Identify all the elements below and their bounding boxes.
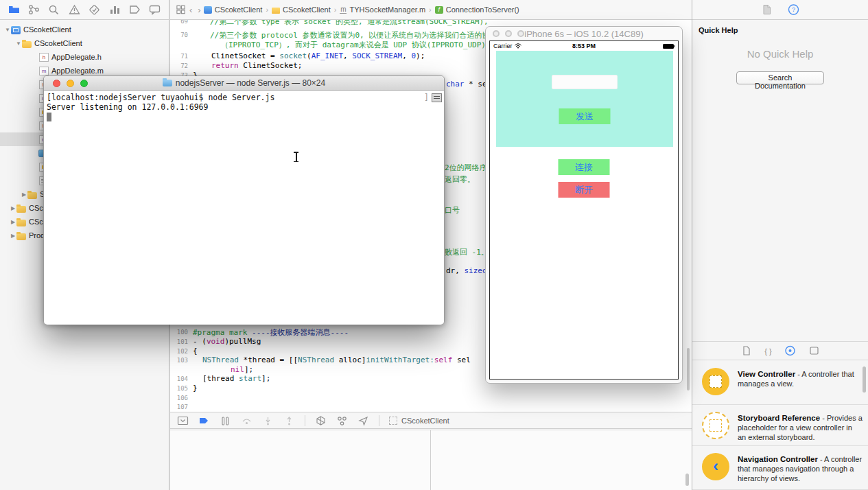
step-over-icon[interactable] [241,415,253,426]
library-item-storyboard-reference[interactable]: Storyboard Reference - Provides a placeh… [692,405,868,446]
folder-icon [27,192,37,199]
console-view[interactable] [431,430,692,490]
line-number: 72 [170,62,188,69]
breakpoint-toggle-icon[interactable] [198,415,210,426]
line-number: 102 [170,348,188,355]
project-navigator-icon[interactable] [5,2,22,17]
folder-icon [272,8,280,14]
memory-graph-icon[interactable] [336,415,348,426]
sidebar-item-label: CScoketClient [34,39,82,47]
pause-icon[interactable] [220,415,231,426]
breadcrumb-label: TYHSocketManager.m [349,5,425,14]
disclosure-arrow[interactable]: ▼ [15,40,22,47]
terminal-lines-icon[interactable] [432,93,442,102]
navigation-controller-icon: ‹ [702,453,729,480]
breadcrumb-item-1[interactable]: CScoketClient [204,5,263,14]
folder-icon [16,206,26,213]
proj-icon [11,26,21,34]
code-fragment: 2位的网络序 [445,163,487,173]
divider [305,415,305,426]
disclosure-arrow[interactable]: ▶ [10,205,16,211]
code-snippet-icon[interactable]: { } [764,345,771,357]
back-button[interactable]: ‹ [189,5,192,15]
simulate-location-icon[interactable] [357,415,369,426]
file-inspector-icon[interactable] [761,4,773,15]
search-icon[interactable] [46,2,62,17]
code-line: #pragma mark ----接收服务器端消息---- [193,327,349,338]
library-tab-bar: { } [692,342,868,360]
zoom-button[interactable] [80,80,88,87]
file-template-icon[interactable] [740,345,752,356]
sidebar-item-cscoketclient[interactable]: ▼CScoketClient [0,23,169,36]
line-number: 69 [170,20,188,25]
disclosure-arrow[interactable]: ▶ [10,219,16,225]
step-into-icon[interactable] [262,415,274,426]
breakpoints-icon[interactable] [127,2,143,17]
related-items-icon[interactable] [176,4,187,15]
breadcrumb-item-4[interactable]: fConnectionToServer() [435,5,519,14]
debug-area [170,430,692,490]
code-line: { [193,347,198,355]
reports-icon[interactable] [147,2,163,17]
issues-icon[interactable] [66,2,82,17]
close-button[interactable] [53,80,60,87]
folder-icon [16,233,26,240]
editor-scrollbar[interactable] [687,348,690,390]
disclosure-arrow[interactable]: ▼ [4,27,11,33]
terminal-title: nodejsServer — node Server.js — 80×24 [163,78,325,88]
code-line: } [193,384,198,393]
doc-h-icon: h [39,53,49,62]
simulator-title: iPhone 6s – iOS 10.2 (14C89) [524,29,643,39]
breadcrumb-item-2[interactable]: CScoketClient [272,5,331,14]
code-line: [thread start]; [202,374,270,383]
terminal-content[interactable]: ] [localhost:nodejsServer tuyaohui$ node… [44,91,444,325]
view-hierarchy-icon[interactable] [315,415,327,426]
disconnect-button[interactable]: 断开 [559,182,610,198]
close-button-inactive[interactable] [493,30,500,37]
folder-icon [16,220,26,226]
disclosure-arrow[interactable]: ▶ [21,191,27,198]
sidebar-item-cscoketclient[interactable]: ▼CScoketClient [0,36,169,50]
search-documentation-button[interactable]: Search Documentation [736,71,824,84]
library-item-view-controller[interactable]: View Controller - A controller that mana… [692,361,868,405]
line-number: 105 [170,385,188,392]
terminal-cursor [47,113,51,121]
breadcrumb-separator: › [266,5,268,14]
fn-icon: f [435,6,443,14]
minimize-button[interactable] [67,80,74,87]
hide-debug-area-icon[interactable] [177,415,189,426]
console-scrollbar[interactable] [685,474,689,486]
utilities-sidebar: ? Quick Help No Quick Help Search Docume… [692,0,868,490]
connect-button[interactable]: 连接 [559,159,610,175]
library-scrollbar[interactable] [863,366,866,393]
send-button[interactable]: 发送 [559,108,611,124]
zoom-button-inactive[interactable] [517,30,524,37]
forward-button[interactable]: › [198,5,200,15]
simulator-screen: Carrier 8:53 PM 发送 连接 断开 [489,40,679,380]
library-item-navigation-controller[interactable]: ‹Navigation Controller - A controller th… [692,446,868,490]
folder-icon [22,41,32,48]
line-number: 107 [170,404,188,410]
minimize-button-inactive[interactable] [505,30,512,37]
code-fragment: 返回零。 [445,174,475,185]
breadcrumb-label: ConnectionToServer() [446,5,519,14]
divider [379,415,379,426]
step-out-icon[interactable] [283,415,295,426]
quick-help-inspector-icon[interactable]: ? [788,4,799,15]
terminal-titlebar[interactable]: nodejsServer — node Server.js — 80×24 [44,76,444,91]
object-library-icon[interactable] [784,345,796,356]
breadcrumb-label: CScoketClient [215,5,263,14]
sidebar-item-appdelegate-h[interactable]: hAppDelegate.h [0,50,169,64]
source-control-icon[interactable] [25,2,42,17]
simulator-titlebar[interactable]: iPhone 6s – iOS 10.2 (14C89) [486,27,682,40]
breadcrumb-item-3[interactable]: mTYHSocketManager.m [340,5,425,14]
variables-view[interactable] [170,430,431,490]
disclosure-arrow[interactable]: ▶ [10,233,16,239]
code-line: return ClinetSocket; [211,61,302,70]
debug-gauge-icon[interactable] [106,2,123,17]
tests-icon[interactable] [86,2,103,17]
message-input[interactable] [552,75,618,89]
media-library-icon[interactable] [808,345,820,356]
line-number: 71 [170,53,188,60]
code-fragment: 口号 [445,205,460,215]
